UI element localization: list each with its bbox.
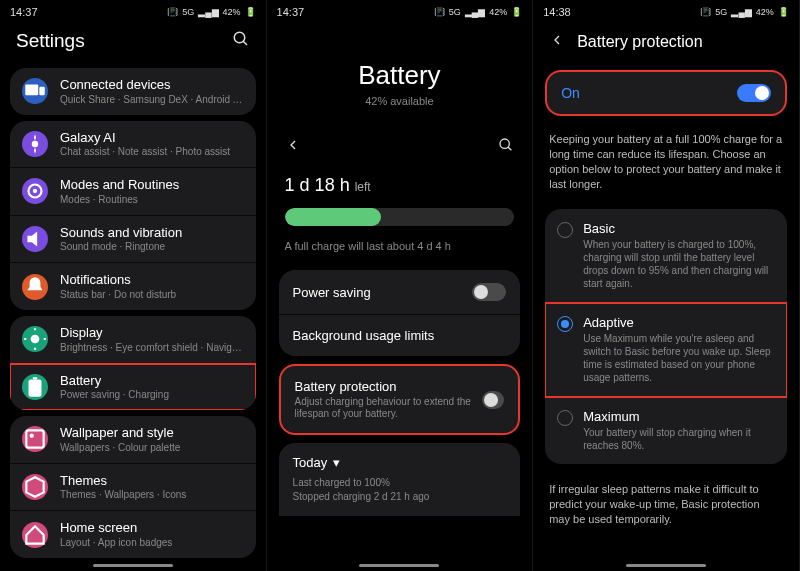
status-bar: 14:38 📳 5G ▂▄▆ 42% 🔋 xyxy=(533,0,799,20)
status-icons: 📳 5G ▂▄▆ 42% 🔋 xyxy=(700,7,788,17)
radio[interactable] xyxy=(557,410,573,426)
battery-icon: 🔋 xyxy=(245,7,256,17)
svg-line-1 xyxy=(243,41,247,45)
status-bar: 14:37 📳 5G ▂▄▆ 42% 🔋 xyxy=(0,0,266,20)
status-icons: 📳 5G ▂▄▆ 42% 🔋 xyxy=(434,7,522,17)
settings-row-sounds-and-vibration[interactable]: Sounds and vibration Sound mode · Ringto… xyxy=(10,216,256,264)
settings-row-galaxy-ai[interactable]: Galaxy AI Chat assist · Note assist · Ph… xyxy=(10,121,256,169)
5g-icon: 5G xyxy=(449,7,461,17)
signal-icon: ▂▄▆ xyxy=(731,7,751,17)
svg-rect-10 xyxy=(26,431,43,448)
row-title: Home screen xyxy=(60,520,244,536)
row-title: Modes and Routines xyxy=(60,177,244,193)
svg-point-11 xyxy=(30,434,34,438)
protection-option-adaptive[interactable]: Adaptive Use Maximum while you're asleep… xyxy=(545,303,787,397)
settings-row-themes[interactable]: Themes Themes · Wallpapers · Icons xyxy=(10,464,256,512)
row-sub: Themes · Wallpapers · Icons xyxy=(60,489,244,501)
status-icons: 📳 5G ▂▄▆ 42% 🔋 xyxy=(167,7,255,17)
battery-panel: 14:37 📳 5G ▂▄▆ 42% 🔋 Battery 42% availab… xyxy=(267,0,534,571)
protection-on-row[interactable]: On xyxy=(545,70,787,116)
svg-rect-8 xyxy=(29,379,42,396)
vibrate-icon: 📳 xyxy=(700,7,711,17)
row-sub: Sound mode · Ringtone xyxy=(60,241,244,253)
home-indicator[interactable] xyxy=(359,564,439,567)
5g-icon: 5G xyxy=(182,7,194,17)
toggle[interactable] xyxy=(482,391,505,409)
wallpaper-icon xyxy=(22,426,48,452)
devices-icon xyxy=(22,78,48,104)
row-title: Sounds and vibration xyxy=(60,225,244,241)
settings-panel: 14:37 📳 5G ▂▄▆ 42% 🔋 Settings Connected … xyxy=(0,0,267,571)
protection-description: Keeping your battery at a full 100% char… xyxy=(533,122,799,201)
status-time: 14:38 xyxy=(543,6,571,18)
settings-row-modes-and-routines[interactable]: Modes and Routines Modes · Routines xyxy=(10,168,256,216)
battery-icon: 🔋 xyxy=(511,7,522,17)
row-title: Notifications xyxy=(60,272,244,288)
svg-rect-2 xyxy=(25,85,38,96)
svg-point-4 xyxy=(32,141,39,148)
modes-icon xyxy=(22,178,48,204)
signal-icon: ▂▄▆ xyxy=(198,7,218,17)
settings-header: Settings xyxy=(0,20,266,62)
battery-section: Power savingBackground usage limits xyxy=(279,270,521,356)
row-sub: Power saving · Charging xyxy=(60,389,244,401)
battery-hero: Battery 42% available xyxy=(267,20,533,117)
toggle[interactable] xyxy=(472,283,506,301)
radio[interactable] xyxy=(557,222,573,238)
svg-point-12 xyxy=(500,139,509,148)
vibrate-icon: 📳 xyxy=(434,7,445,17)
row-title: Themes xyxy=(60,473,244,489)
home-indicator[interactable] xyxy=(93,564,173,567)
toggle[interactable] xyxy=(737,84,771,102)
row-title: Display xyxy=(60,325,244,341)
ai-icon xyxy=(22,131,48,157)
search-icon[interactable] xyxy=(498,137,514,157)
status-bar: 14:37 📳 5G ▂▄▆ 42% 🔋 xyxy=(267,0,533,20)
battery-progress xyxy=(285,208,515,226)
protection-options: Basic When your battery is charged to 10… xyxy=(545,209,787,464)
sound-icon xyxy=(22,226,48,252)
row-sub: Brightness · Eye comfort shield · Naviga… xyxy=(60,342,244,354)
settings-row-display[interactable]: Display Brightness · Eye comfort shield … xyxy=(10,316,256,364)
row-title: Wallpaper and style xyxy=(60,425,244,441)
battery-pct: 42% xyxy=(223,7,241,17)
settings-row-home-screen[interactable]: Home screen Layout · App icon badges xyxy=(10,511,256,558)
row-title: Galaxy AI xyxy=(60,130,244,146)
svg-point-7 xyxy=(31,335,40,344)
battery-item-power-saving[interactable]: Power saving xyxy=(279,270,521,315)
chevron-down-icon: ▾ xyxy=(333,455,340,470)
row-sub: Chat assist · Note assist · Photo assist xyxy=(60,146,244,158)
protection-option-maximum[interactable]: Maximum Your battery will stop charging … xyxy=(545,397,787,464)
settings-row-connected-devices[interactable]: Connected devices Quick Share · Samsung … xyxy=(10,68,256,115)
display-icon xyxy=(22,326,48,352)
on-label: On xyxy=(561,85,580,101)
themes-icon xyxy=(22,474,48,500)
back-icon[interactable] xyxy=(549,32,565,52)
today-details: Last charged to 100% Stopped charging 2 … xyxy=(293,476,507,504)
settings-row-notifications[interactable]: Notifications Status bar · Do not distur… xyxy=(10,263,256,310)
radio[interactable] xyxy=(557,316,573,332)
back-icon[interactable] xyxy=(285,137,301,157)
protection-footer: If irregular sleep patterns make it diff… xyxy=(533,472,799,537)
search-icon[interactable] xyxy=(232,30,250,52)
signal-icon: ▂▄▆ xyxy=(465,7,485,17)
today-card[interactable]: Today ▾ Last charged to 100% Stopped cha… xyxy=(279,443,521,516)
battery-item-background-usage-limits[interactable]: Background usage limits xyxy=(279,315,521,356)
svg-rect-9 xyxy=(33,377,37,379)
protection-panel: 14:38 📳 5G ▂▄▆ 42% 🔋 Battery protection … xyxy=(533,0,800,571)
home-indicator[interactable] xyxy=(626,564,706,567)
status-time: 14:37 xyxy=(277,6,305,18)
protection-option-basic[interactable]: Basic When your battery is charged to 10… xyxy=(545,209,787,303)
row-sub: Wallpapers · Colour palette xyxy=(60,442,244,454)
svg-rect-3 xyxy=(39,87,44,96)
protection-header: Battery protection xyxy=(533,20,799,64)
home-icon xyxy=(22,522,48,548)
battery-protection-row[interactable]: Battery protection Adjust charging behav… xyxy=(279,364,521,435)
settings-row-battery[interactable]: Battery Power saving · Charging xyxy=(10,364,256,411)
battery-icon: 🔋 xyxy=(778,7,789,17)
row-sub: Layout · App icon badges xyxy=(60,537,244,549)
battery-progress-fill xyxy=(285,208,381,226)
battery-nav xyxy=(267,117,533,167)
row-sub: Quick Share · Samsung DeX · Android Auto xyxy=(60,94,244,106)
settings-row-wallpaper-and-style[interactable]: Wallpaper and style Wallpapers · Colour … xyxy=(10,416,256,464)
